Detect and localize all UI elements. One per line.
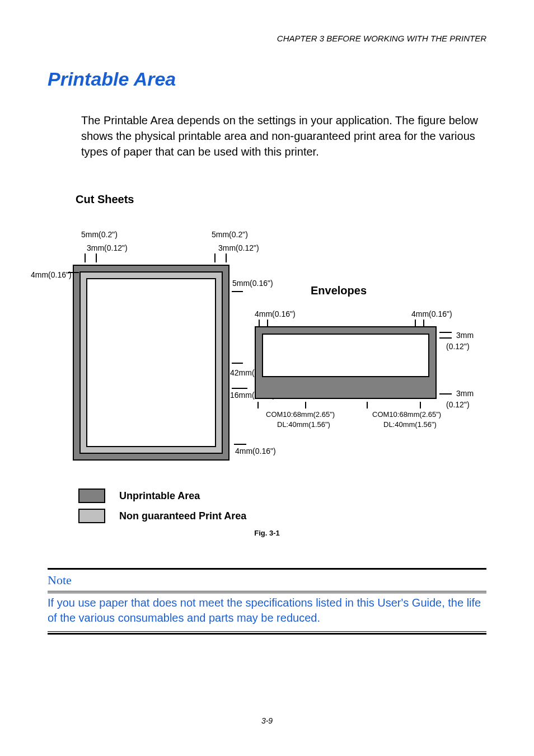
figure-caption: Fig. 3-1 [48,529,486,537]
note-label: Note [48,573,486,588]
dim-s-top-outer: 5mm(0.2") [81,230,118,239]
dim-s-left: 4mm(0.16") [31,270,72,279]
dim-s2-top-outer: 5mm(0.2") [212,230,248,239]
dim-s-top-inner: 3mm(0.12") [87,243,128,252]
env-right-3mm-2: 3mm [456,389,474,398]
env-bottom-r2: DL:40mm(1.56") [383,420,437,429]
envelope-inner-rect [262,334,429,377]
legend-nonguaranteed-label: Non guaranteed Print Area [119,510,246,522]
env-right-top: 4mm(0.16") [411,309,452,318]
dim-s2-bottom: 4mm(0.16") [235,447,276,456]
intro-paragraph: The Printable Area depends on the settin… [81,112,486,159]
env-right-3mm-2b: (0.12") [446,400,470,409]
cut-sheets-heading: Cut Sheets [76,193,486,206]
legend-unprintable-label: Unprintable Area [119,490,200,502]
env-bottom-l1: COM10:68mm(2.65") [266,410,335,419]
cutsheet-inner-rect [86,278,216,447]
envelopes-heading: Envelopes [311,284,367,297]
dim-s2-left: 5mm(0.16") [232,279,273,288]
legend-swatch-unprintable [78,489,105,503]
note-body: If you use paper that does not meet the … [48,595,486,626]
page-title: Printable Area [48,68,486,90]
env-bottom-r1: COM10:68mm(2.65") [372,410,441,419]
legend-swatch-nonguaranteed [78,509,105,523]
printable-area-diagram: 5mm(0.2") 3mm(0.12") 4mm(0.16") 5mm(0.2"… [48,220,486,483]
page-number: 3-9 [0,716,534,725]
env-bottom-l2: DL:40mm(1.56") [277,420,330,429]
dim-s2-top-inner: 3mm(0.12") [218,243,259,252]
legend: Unprintable Area Non guaranteed Print Ar… [48,489,486,523]
chapter-header: CHAPTER 3 BEFORE WORKING WITH THE PRINTE… [48,34,486,43]
env-right-3mm-1: 3mm [456,331,474,340]
env-right-3mm-1b: (0.12") [446,342,470,351]
env-left-top: 4mm(0.16") [255,309,296,318]
